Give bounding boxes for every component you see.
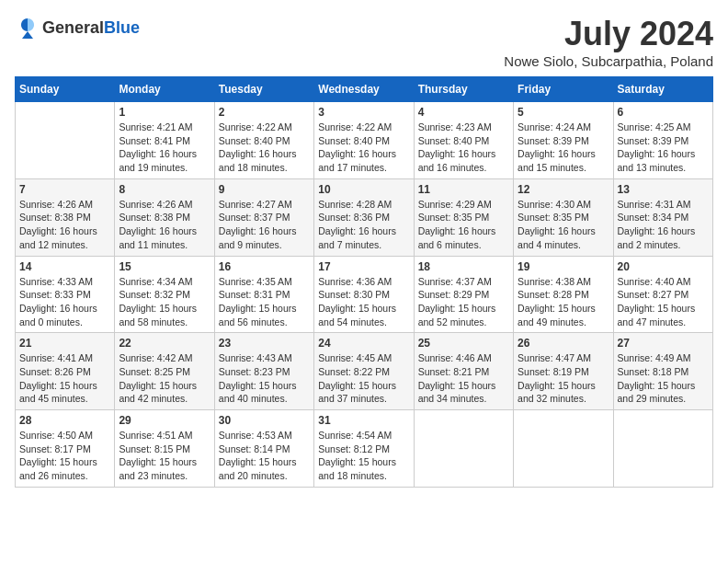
logo: GeneralBlue — [15, 15, 140, 40]
header-row: Sunday Monday Tuesday Wednesday Thursday… — [16, 77, 713, 102]
day-info: Sunrise: 4:25 AM Sunset: 8:39 PM Dayligh… — [618, 121, 709, 175]
day-info: Sunrise: 4:37 AM Sunset: 8:29 PM Dayligh… — [418, 275, 509, 329]
day-number: 19 — [518, 260, 609, 273]
day-number: 29 — [119, 414, 210, 427]
day-number: 4 — [418, 106, 509, 119]
logo-icon — [15, 15, 40, 40]
calendar-cell: 5Sunrise: 4:24 AM Sunset: 8:39 PM Daylig… — [514, 102, 613, 179]
day-info: Sunrise: 4:29 AM Sunset: 8:35 PM Dayligh… — [418, 198, 509, 252]
logo-text-blue: Blue — [104, 18, 140, 37]
calendar-cell — [16, 102, 115, 179]
day-info: Sunrise: 4:54 AM Sunset: 8:12 PM Dayligh… — [318, 429, 409, 483]
day-number: 21 — [19, 337, 110, 350]
col-thursday: Thursday — [414, 77, 513, 102]
day-info: Sunrise: 4:26 AM Sunset: 8:38 PM Dayligh… — [19, 198, 110, 252]
calendar-cell: 31Sunrise: 4:54 AM Sunset: 8:12 PM Dayli… — [314, 410, 414, 488]
calendar-cell: 20Sunrise: 4:40 AM Sunset: 8:27 PM Dayli… — [613, 256, 712, 333]
calendar-cell: 26Sunrise: 4:47 AM Sunset: 8:19 PM Dayli… — [514, 333, 613, 410]
calendar-cell — [414, 410, 513, 488]
day-info: Sunrise: 4:31 AM Sunset: 8:34 PM Dayligh… — [618, 198, 709, 252]
day-number: 5 — [518, 106, 609, 119]
calendar-cell: 21Sunrise: 4:41 AM Sunset: 8:26 PM Dayli… — [16, 333, 115, 410]
calendar-cell: 17Sunrise: 4:36 AM Sunset: 8:30 PM Dayli… — [314, 256, 414, 333]
calendar-week-5: 28Sunrise: 4:50 AM Sunset: 8:17 PM Dayli… — [16, 410, 713, 488]
day-info: Sunrise: 4:35 AM Sunset: 8:31 PM Dayligh… — [219, 275, 310, 329]
day-number: 3 — [318, 106, 409, 119]
day-number: 27 — [618, 337, 709, 350]
calendar-cell: 22Sunrise: 4:42 AM Sunset: 8:25 PM Dayli… — [115, 333, 214, 410]
day-info: Sunrise: 4:26 AM Sunset: 8:38 PM Dayligh… — [119, 198, 210, 252]
day-info: Sunrise: 4:40 AM Sunset: 8:27 PM Dayligh… — [618, 275, 709, 329]
calendar-cell: 30Sunrise: 4:53 AM Sunset: 8:14 PM Dayli… — [214, 410, 313, 488]
day-number: 26 — [518, 337, 609, 350]
day-info: Sunrise: 4:30 AM Sunset: 8:35 PM Dayligh… — [518, 198, 609, 252]
day-info: Sunrise: 4:38 AM Sunset: 8:28 PM Dayligh… — [518, 275, 609, 329]
calendar-cell: 13Sunrise: 4:31 AM Sunset: 8:34 PM Dayli… — [613, 178, 712, 256]
day-info: Sunrise: 4:45 AM Sunset: 8:22 PM Dayligh… — [318, 351, 409, 406]
calendar-week-1: 1Sunrise: 4:21 AM Sunset: 8:41 PM Daylig… — [16, 102, 713, 179]
calendar-cell: 14Sunrise: 4:33 AM Sunset: 8:33 PM Dayli… — [16, 256, 115, 333]
day-info: Sunrise: 4:41 AM Sunset: 8:26 PM Dayligh… — [19, 351, 110, 406]
day-number: 7 — [19, 183, 110, 196]
day-number: 1 — [119, 106, 210, 119]
day-number: 6 — [618, 106, 709, 119]
calendar-cell: 18Sunrise: 4:37 AM Sunset: 8:29 PM Dayli… — [414, 256, 513, 333]
calendar-cell: 15Sunrise: 4:34 AM Sunset: 8:32 PM Dayli… — [115, 256, 214, 333]
col-tuesday: Tuesday — [214, 77, 313, 102]
calendar-week-2: 7Sunrise: 4:26 AM Sunset: 8:38 PM Daylig… — [16, 178, 713, 256]
day-info: Sunrise: 4:34 AM Sunset: 8:32 PM Dayligh… — [119, 275, 210, 329]
day-number: 24 — [318, 337, 409, 350]
day-info: Sunrise: 4:21 AM Sunset: 8:41 PM Dayligh… — [119, 121, 210, 175]
day-info: Sunrise: 4:28 AM Sunset: 8:36 PM Dayligh… — [318, 198, 409, 252]
calendar-table: Sunday Monday Tuesday Wednesday Thursday… — [15, 76, 713, 488]
calendar-cell: 23Sunrise: 4:43 AM Sunset: 8:23 PM Dayli… — [214, 333, 313, 410]
day-info: Sunrise: 4:51 AM Sunset: 8:15 PM Dayligh… — [119, 429, 210, 483]
day-number: 12 — [518, 183, 609, 196]
day-number: 23 — [219, 337, 310, 350]
location: Nowe Siolo, Subcarpathia, Poland — [504, 53, 713, 69]
calendar-cell: 16Sunrise: 4:35 AM Sunset: 8:31 PM Dayli… — [214, 256, 313, 333]
day-number: 11 — [418, 183, 509, 196]
calendar-cell — [514, 410, 613, 488]
day-number: 13 — [618, 183, 709, 196]
calendar-cell: 8Sunrise: 4:26 AM Sunset: 8:38 PM Daylig… — [115, 178, 214, 256]
day-info: Sunrise: 4:22 AM Sunset: 8:40 PM Dayligh… — [318, 121, 409, 175]
day-info: Sunrise: 4:23 AM Sunset: 8:40 PM Dayligh… — [418, 121, 509, 175]
day-number: 25 — [418, 337, 509, 350]
calendar-week-3: 14Sunrise: 4:33 AM Sunset: 8:33 PM Dayli… — [16, 256, 713, 333]
col-saturday: Saturday — [613, 77, 712, 102]
day-info: Sunrise: 4:42 AM Sunset: 8:25 PM Dayligh… — [119, 351, 210, 406]
calendar-cell: 24Sunrise: 4:45 AM Sunset: 8:22 PM Dayli… — [314, 333, 414, 410]
calendar-cell: 3Sunrise: 4:22 AM Sunset: 8:40 PM Daylig… — [314, 102, 414, 179]
calendar-cell: 10Sunrise: 4:28 AM Sunset: 8:36 PM Dayli… — [314, 178, 414, 256]
calendar-cell: 6Sunrise: 4:25 AM Sunset: 8:39 PM Daylig… — [613, 102, 712, 179]
day-info: Sunrise: 4:53 AM Sunset: 8:14 PM Dayligh… — [219, 429, 310, 483]
logo-text-general: General — [42, 18, 104, 37]
day-number: 10 — [318, 183, 409, 196]
day-info: Sunrise: 4:33 AM Sunset: 8:33 PM Dayligh… — [19, 275, 110, 329]
day-number: 15 — [119, 260, 210, 273]
title-section: July 2024 Nowe Siolo, Subcarpathia, Pola… — [504, 15, 713, 69]
calendar-cell: 12Sunrise: 4:30 AM Sunset: 8:35 PM Dayli… — [514, 178, 613, 256]
day-number: 14 — [19, 260, 110, 273]
calendar-header: Sunday Monday Tuesday Wednesday Thursday… — [16, 77, 713, 102]
day-number: 8 — [119, 183, 210, 196]
day-number: 16 — [219, 260, 310, 273]
calendar-cell: 2Sunrise: 4:22 AM Sunset: 8:40 PM Daylig… — [214, 102, 313, 179]
day-number: 20 — [618, 260, 709, 273]
calendar-cell: 1Sunrise: 4:21 AM Sunset: 8:41 PM Daylig… — [115, 102, 214, 179]
day-info: Sunrise: 4:43 AM Sunset: 8:23 PM Dayligh… — [219, 351, 310, 406]
day-info: Sunrise: 4:50 AM Sunset: 8:17 PM Dayligh… — [19, 429, 110, 483]
calendar-cell: 7Sunrise: 4:26 AM Sunset: 8:38 PM Daylig… — [16, 178, 115, 256]
day-number: 22 — [119, 337, 210, 350]
month-title: July 2024 — [504, 15, 713, 53]
day-number: 2 — [219, 106, 310, 119]
day-number: 9 — [219, 183, 310, 196]
calendar-cell: 28Sunrise: 4:50 AM Sunset: 8:17 PM Dayli… — [16, 410, 115, 488]
col-sunday: Sunday — [16, 77, 115, 102]
day-info: Sunrise: 4:24 AM Sunset: 8:39 PM Dayligh… — [518, 121, 609, 175]
calendar-cell: 25Sunrise: 4:46 AM Sunset: 8:21 PM Dayli… — [414, 333, 513, 410]
page-header: GeneralBlue July 2024 Nowe Siolo, Subcar… — [15, 15, 713, 69]
col-wednesday: Wednesday — [314, 77, 414, 102]
day-info: Sunrise: 4:47 AM Sunset: 8:19 PM Dayligh… — [518, 351, 609, 406]
